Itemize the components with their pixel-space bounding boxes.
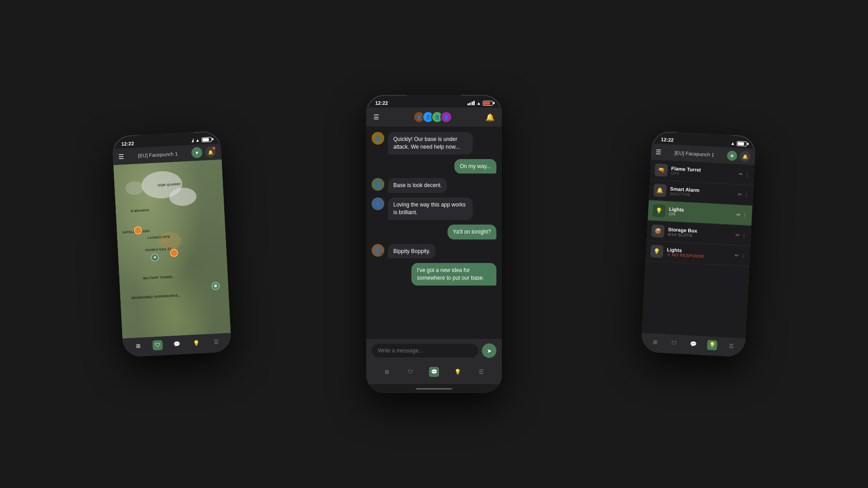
home-indicator-center <box>366 384 502 393</box>
nav-light-left[interactable]: 💡 <box>191 338 202 348</box>
nav-light-right[interactable]: 💡 <box>707 340 717 350</box>
lights-info: Lights ON <box>669 206 733 219</box>
message-2: On my way... <box>372 159 496 174</box>
message-4: 👤 Loving the way this app works is brill… <box>372 197 496 220</box>
map-area[interactable]: HQM QUARRY R-BRANCH LAUNCH SITE OXUM'S G… <box>113 160 231 338</box>
notif-dot-left <box>212 147 215 150</box>
wifi-right: ▲ <box>731 141 735 146</box>
phone-center: 12:22 ▲ ▲ ☰ 👤 👤 👤 👤 🔔 <box>366 95 502 393</box>
time-left: 12:22 <box>121 141 134 146</box>
header-icons-left: ▼ 🔔 <box>191 146 216 159</box>
lights-actions: ✏ ⋮ <box>736 212 748 218</box>
msg-bubble-1: Quickly! Our base is under attack. We ne… <box>388 132 473 155</box>
send-button[interactable]: ➤ <box>482 343 496 358</box>
menu-icon-right[interactable]: ☰ <box>656 148 662 156</box>
message-3: 👤 Base is look decent. <box>372 178 496 193</box>
filter-button-left[interactable]: ▼ <box>191 147 203 158</box>
msg-avatar-3: 👤 <box>372 178 384 191</box>
lights-more[interactable]: ⋮ <box>742 212 748 219</box>
device-list: 🔫 Flame Turret OFF ✏ ⋮ 🔔 Smart Alarm <box>642 160 755 338</box>
time-center: 12:22 <box>375 100 388 106</box>
smart-alarm-edit[interactable]: ✏ <box>738 192 742 197</box>
phone-right: 12:22 ▲ ▲ ☰ [EU] Facepunch 1 + 🔔 <box>641 131 756 357</box>
wifi-center: ▲ <box>476 101 481 106</box>
nav-shield-left[interactable]: 🛡 <box>152 340 163 350</box>
smart-alarm-actions: ✏ ⋮ <box>738 192 749 198</box>
app-header-center: ☰ 👤 👤 👤 👤 🔔 <box>366 108 502 127</box>
phone-notch-center <box>407 95 461 108</box>
msg-avatar-6: 👤 <box>372 244 384 257</box>
bell-icon-center[interactable]: 🔔 <box>486 113 495 122</box>
lights-off-actions: ✏ ⋮ <box>734 253 745 259</box>
battery-left <box>202 137 212 142</box>
lights-edit[interactable]: ✏ <box>736 212 741 218</box>
battery-center <box>483 101 493 106</box>
nav-chat-right[interactable]: 💬 <box>688 339 698 349</box>
nav-menu-right[interactable]: ☰ <box>726 341 736 352</box>
flame-turret-info: Flame Turret OFF <box>671 166 736 179</box>
time-right: 12:22 <box>661 136 674 142</box>
message-6: 👤 Bippity Boppity. <box>372 244 496 259</box>
storage-box-info: Storage Box 4/14 SLOTS <box>668 226 732 239</box>
msg-avatar-1: 👤 <box>372 132 384 145</box>
menu-icon-center[interactable]: ☰ <box>373 113 379 121</box>
lights-icon: 💡 <box>652 204 665 217</box>
wifi-left: ▲ <box>195 137 200 143</box>
lights-off-edit[interactable]: ✏ <box>734 253 739 258</box>
nav-shield-right[interactable]: 🛡 <box>669 338 679 348</box>
nav-menu-center[interactable]: ☰ <box>476 367 486 377</box>
chat-messages: 👤 Quickly! Our base is under attack. We … <box>366 127 502 339</box>
message-7: I've got a new idea for somewhere to put… <box>372 263 496 286</box>
flame-turret-more[interactable]: ⋮ <box>745 172 750 178</box>
header-icons-right: + 🔔 <box>727 150 751 162</box>
message-input[interactable] <box>372 344 478 357</box>
phone-left: 12:22 ▲ ▲ ☰ [EU] Facepunch 1 ▼ 🔔 <box>112 131 231 357</box>
bottom-nav-center: ⊞ 🛡 💬 💡 ☰ <box>366 362 502 384</box>
nav-grid-right[interactable]: ⊞ <box>650 337 660 347</box>
nav-chat-center[interactable]: 💬 <box>429 367 439 377</box>
signal-center <box>467 101 475 105</box>
add-device-button[interactable]: + <box>727 150 737 161</box>
nav-grid-left[interactable]: ⊞ <box>133 341 143 352</box>
msg-bubble-6: Bippity Boppity. <box>388 244 436 259</box>
msg-bubble-2: On my way... <box>454 159 496 174</box>
message-5: Ya'll on tonight? <box>372 225 496 239</box>
msg-bubble-7: I've got a new idea for somewhere to put… <box>411 263 496 286</box>
flame-turret-icon: 🔫 <box>655 164 668 177</box>
nav-menu-left[interactable]: ☰ <box>211 337 221 347</box>
lights-off-info: Lights ⚠ NO RESPONSE <box>666 247 731 260</box>
notification-button-right[interactable]: 🔔 <box>740 151 751 162</box>
storage-box-more[interactable]: ⋮ <box>741 232 747 239</box>
storage-box-edit[interactable]: ✏ <box>736 232 740 238</box>
storage-box-actions: ✏ ⋮ <box>736 232 747 239</box>
message-1: 👤 Quickly! Our base is under attack. We … <box>372 132 496 155</box>
smart-alarm-icon: 🔔 <box>653 184 666 197</box>
nav-chat-left[interactable]: 💬 <box>172 339 182 349</box>
flame-turret-actions: ✏ ⋮ <box>739 171 750 178</box>
avatar-group: 👤 👤 👤 👤 <box>413 111 452 123</box>
lights-off-icon: 💡 <box>650 244 663 258</box>
server-name-left: [EU] Facepunch 1 <box>138 151 178 159</box>
storage-box-icon: 📦 <box>651 225 665 238</box>
server-name-right: [EU] Facepunch 1 <box>675 150 715 158</box>
msg-bubble-3: Base is look decent. <box>388 178 447 193</box>
scene: 12:22 ▲ ▲ ☰ [EU] Facepunch 1 ▼ 🔔 <box>0 0 868 488</box>
msg-avatar-4: 👤 <box>372 197 384 210</box>
nav-shield-center[interactable]: 🛡 <box>406 367 415 377</box>
smart-alarm-info: Smart Alarm INACTIVE <box>670 186 734 199</box>
nav-light-center[interactable]: 💡 <box>453 367 462 377</box>
menu-icon-left[interactable]: ☰ <box>118 153 124 160</box>
flame-turret-edit[interactable]: ✏ <box>739 171 743 177</box>
nav-grid-center[interactable]: ⊞ <box>382 367 392 377</box>
avatar-4: 👤 <box>440 111 452 123</box>
smart-alarm-more[interactable]: ⋮ <box>743 192 749 198</box>
chat-input-area: ➤ <box>366 339 502 362</box>
battery-right <box>736 141 747 146</box>
lights-off-more[interactable]: ⋮ <box>740 253 745 259</box>
msg-bubble-4: Loving the way this app works is brillia… <box>388 197 473 220</box>
notification-button-left[interactable]: 🔔 <box>205 146 216 158</box>
msg-bubble-5: Ya'll on tonight? <box>448 225 496 239</box>
